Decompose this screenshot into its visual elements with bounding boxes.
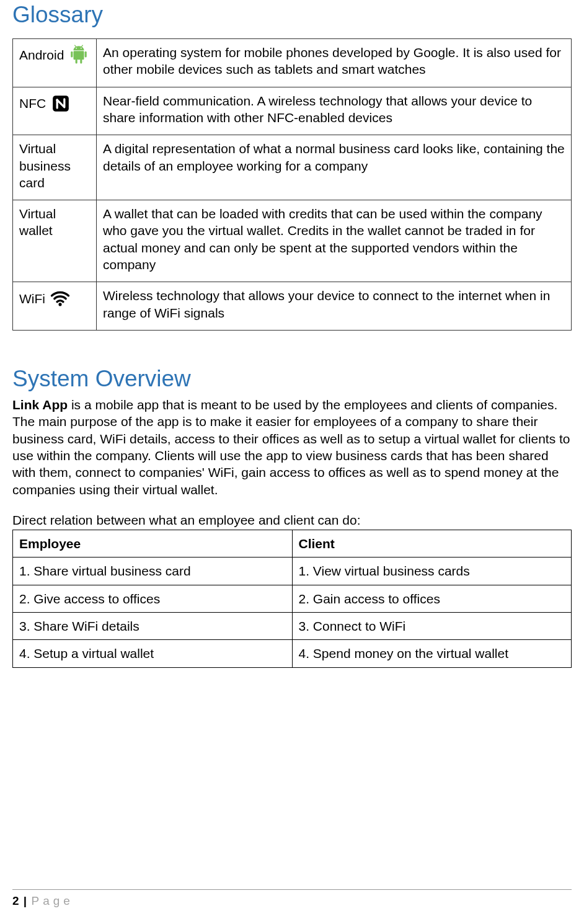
heading-system-overview: System Overview [12, 364, 572, 394]
wifi-icon [49, 287, 71, 309]
svg-rect-6 [80, 59, 82, 63]
relation-intro: Direct relation between what an employee… [12, 512, 572, 528]
relation-row: 3. Share WiFi details 3. Connect to WiFi [13, 613, 572, 640]
svg-line-7 [75, 45, 76, 47]
heading-glossary: Glossary [12, 0, 572, 30]
overview-rest: is a mobile app that is meant to be used… [12, 398, 570, 496]
glossary-definition: A wallet that can be loaded with credits… [97, 200, 572, 282]
relation-client-cell: 3. Connect to WiFi [292, 613, 572, 640]
overview-paragraph: Link App is a mobile app that is meant t… [12, 396, 572, 498]
relation-header-row: Employee Client [13, 530, 572, 558]
relation-client-cell: 1. View virtual business cards [292, 558, 572, 585]
glossary-row: WiFi Wireless technology that allows you… [13, 282, 572, 331]
svg-rect-4 [85, 51, 87, 58]
glossary-definition: Wireless technology that allows your dev… [97, 282, 572, 331]
svg-rect-5 [76, 59, 77, 63]
android-icon [68, 44, 90, 66]
relation-row: 2. Give access to offices 2. Gain access… [13, 585, 572, 612]
glossary-row: Virtual wallet A wallet that can be load… [13, 200, 572, 282]
svg-point-13 [58, 303, 61, 306]
glossary-definition: A digital representation of what a norma… [97, 135, 572, 200]
glossary-term: Virtual wallet [19, 207, 56, 238]
svg-point-9 [76, 48, 77, 49]
glossary-table: Android An operating system for mobile p… [12, 38, 572, 331]
footer-page-label: Page [31, 894, 73, 907]
footer-page-number: 2 [12, 894, 19, 907]
glossary-definition: Near-field communication. A wireless tec… [97, 87, 572, 135]
svg-line-8 [81, 45, 82, 47]
svg-rect-2 [74, 51, 84, 60]
relation-header-client: Client [292, 530, 572, 558]
relation-employee-cell: 2. Give access to offices [13, 585, 293, 612]
relation-row: 4. Setup a virtual wallet 4. Spend money… [13, 640, 572, 667]
page-footer: 2 | Page [12, 889, 572, 909]
glossary-definition: An operating system for mobile phones de… [97, 39, 572, 87]
svg-point-12 [56, 99, 58, 101]
relation-client-cell: 2. Gain access to offices [292, 585, 572, 612]
svg-rect-3 [71, 51, 73, 58]
relation-client-cell: 4. Spend money on the virtual wallet [292, 640, 572, 667]
svg-point-10 [81, 48, 82, 49]
relation-employee-cell: 1. Share virtual business card [13, 558, 293, 585]
relation-table: Employee Client 1. Share virtual busines… [12, 530, 572, 667]
glossary-row: NFC Near-field communication. A wireless… [13, 87, 572, 135]
glossary-row: Android An operating system for mobile p… [13, 39, 572, 87]
footer-separator: | [24, 894, 27, 907]
glossary-row: Virtual business card A digital represen… [13, 135, 572, 200]
relation-row: 1. Share virtual business card 1. View v… [13, 558, 572, 585]
relation-employee-cell: 4. Setup a virtual wallet [13, 640, 293, 667]
nfc-icon [50, 92, 72, 115]
glossary-term: NFC [19, 95, 46, 112]
relation-employee-cell: 3. Share WiFi details [13, 613, 293, 640]
overview-lead: Link App [12, 398, 68, 412]
glossary-term: WiFi [19, 290, 45, 307]
relation-header-employee: Employee [13, 530, 293, 558]
glossary-term: Virtual business card [19, 141, 71, 190]
glossary-term: Android [19, 47, 64, 63]
